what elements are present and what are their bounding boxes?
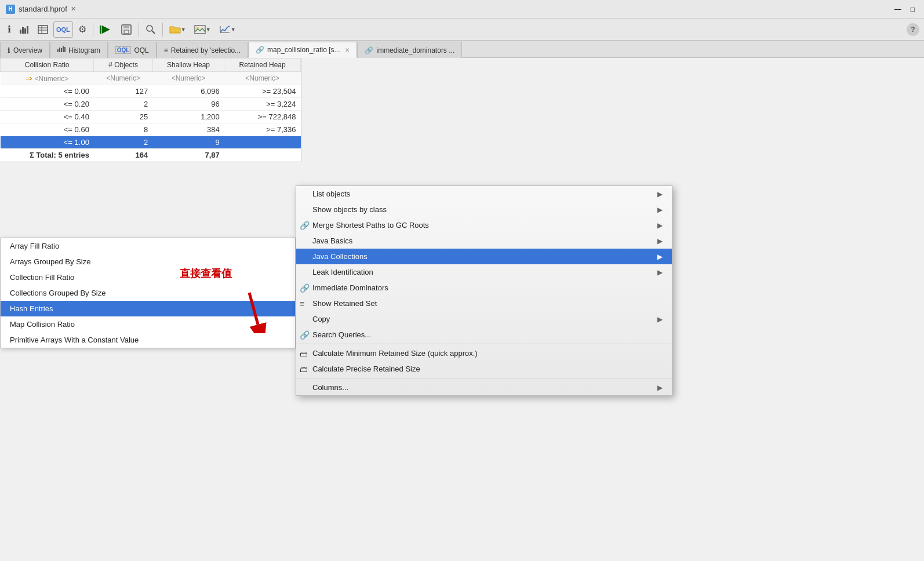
svg-rect-4 xyxy=(38,26,48,34)
table-row[interactable]: <= 0.20 2 96 >= 3,224 xyxy=(1,98,301,111)
tabs-bar: ℹ Overview Histogram OQL OQL ≡ Retained … xyxy=(0,41,924,58)
cell-shallow-0: 6,096 xyxy=(152,85,224,98)
toolbar-info-btn[interactable]: ℹ xyxy=(5,21,14,38)
toolbar-sep-1 xyxy=(93,23,93,37)
ctx-list-objects-arrow: ▶ xyxy=(657,190,663,198)
collision-table: Collision Ratio # Objects Shallow Heap R… xyxy=(0,58,301,162)
ctx-java-basics[interactable]: Java Basics ▶ xyxy=(296,233,672,249)
immediate-dom-icon: 🔗 xyxy=(365,46,373,54)
ctx-calc-min-label: Calculate Minimum Retained Size (quick a… xyxy=(312,349,478,358)
col-header-objects: # Objects xyxy=(94,59,152,72)
table-row[interactable]: <= 0.60 8 384 >= 7,336 xyxy=(1,123,301,136)
ctx-columns-label: Columns... xyxy=(312,383,348,392)
cell-shallow-3: 384 xyxy=(152,123,224,136)
ctx-show-objects-arrow: ▶ xyxy=(657,206,663,214)
toolbar-chart-btn[interactable]: ▼ xyxy=(216,21,239,38)
svg-marker-8 xyxy=(102,26,110,34)
cell-retained-2: >= 722,848 xyxy=(224,111,301,123)
context-menu: List objects ▶ Show objects by class ▶ 🔗… xyxy=(296,185,672,396)
col-header-shallow: Shallow Heap xyxy=(152,59,224,72)
ctx-columns[interactable]: Columns... ▶ xyxy=(296,380,672,395)
tab-oql[interactable]: OQL OQL xyxy=(108,42,157,58)
svg-line-23 xyxy=(249,293,258,325)
ctx-java-collections-label: Java Collections xyxy=(312,252,368,261)
submenu-item-collection-fill[interactable]: Collection Fill Ratio xyxy=(1,269,295,285)
ctx-merge-shortest[interactable]: 🔗 Merge Shortest Paths to GC Roots ▶ xyxy=(296,217,672,233)
toolbar-image-btn[interactable]: ▼ xyxy=(191,21,214,38)
cell-collision-2: <= 0.40 xyxy=(1,111,94,123)
filter-objects[interactable]: <Numeric> xyxy=(94,72,152,85)
ctx-merge-icon: 🔗 xyxy=(300,221,310,230)
cell-retained-0: >= 23,504 xyxy=(224,85,301,98)
toolbar-table-btn[interactable] xyxy=(35,21,51,38)
help-button[interactable]: ? xyxy=(907,23,919,36)
col-header-collision: Collision Ratio xyxy=(1,59,94,72)
cell-objects-3: 8 xyxy=(94,123,152,136)
total-objects: 164 xyxy=(94,149,152,162)
tab-immediate-dom[interactable]: 🔗 immediate_dominators ... xyxy=(357,42,462,58)
tab-histogram-label: Histogram xyxy=(68,46,100,54)
ctx-leak-identification[interactable]: Leak Identification ▶ xyxy=(296,264,672,280)
submenu-item-arrays-grouped[interactable]: Arrays Grouped By Size xyxy=(1,254,295,269)
toolbar-search-btn[interactable] xyxy=(143,21,159,38)
toolbar-gear-btn[interactable]: ⚙ xyxy=(75,21,89,38)
toolbar-run-btn[interactable] xyxy=(97,21,115,38)
ctx-show-retained[interactable]: ≡ Show Retained Set xyxy=(296,296,672,311)
ctx-merge-label: Merge Shortest Paths to GC Roots xyxy=(312,221,429,230)
annotation-arrow xyxy=(220,287,278,333)
tab-close-icon[interactable]: ✕ xyxy=(71,5,76,13)
overview-icon: ℹ xyxy=(8,46,10,54)
retained-icon: ≡ xyxy=(164,46,168,54)
toolbar-histogram-btn[interactable] xyxy=(16,21,32,38)
ctx-immediate-dominators[interactable]: 🔗 Immediate Dominators xyxy=(296,280,672,296)
tab-map-collision[interactable]: 🔗 map_collision_ratio [s... ✕ xyxy=(248,42,357,58)
ctx-columns-arrow: ▶ xyxy=(657,384,663,392)
window-minimize[interactable]: — xyxy=(891,5,905,13)
cell-collision-1: <= 0.20 xyxy=(1,98,94,111)
filter-shallow[interactable]: <Numeric> xyxy=(152,72,224,85)
svg-rect-9 xyxy=(100,26,101,34)
table-row-selected[interactable]: <= 1.00 2 9 xyxy=(1,136,301,149)
svg-rect-21 xyxy=(64,47,66,52)
submenu-item-array-fill[interactable]: Array Fill Ratio xyxy=(1,238,295,254)
content-area: Collision Ratio # Objects Shallow Heap R… xyxy=(0,58,924,561)
table-row[interactable]: <= 0.00 127 6,096 >= 23,504 xyxy=(1,85,301,98)
ctx-calc-precise-icon: 🗃 xyxy=(300,365,308,374)
filter-collision[interactable]: <Numeric> xyxy=(35,75,69,83)
svg-rect-18 xyxy=(59,48,60,52)
col-header-retained: Retained Heap xyxy=(224,59,301,72)
tab-immediate-dom-label: immediate_dominators ... xyxy=(376,46,454,54)
ctx-sep-1 xyxy=(296,344,672,344)
svg-rect-20 xyxy=(63,46,64,52)
tab-overview[interactable]: ℹ Overview xyxy=(0,42,50,58)
ctx-list-objects[interactable]: List objects ▶ xyxy=(296,186,672,202)
ctx-java-collections[interactable]: Java Collections ▶ xyxy=(296,249,672,264)
toolbar-save-btn[interactable] xyxy=(118,21,135,38)
ctx-leak-label: Leak Identification xyxy=(312,268,373,276)
toolbar-oql-btn[interactable]: OQL xyxy=(53,21,73,38)
title-text: standard.hprof xyxy=(19,5,67,13)
ctx-show-objects-by-class[interactable]: Show objects by class ▶ xyxy=(296,202,672,217)
cell-retained-4 xyxy=(224,136,301,149)
histogram-icon xyxy=(57,46,66,54)
cell-collision-4: <= 1.00 xyxy=(1,136,94,149)
tab-retained[interactable]: ≡ Retained by 'selectio... xyxy=(157,42,248,58)
submenu-item-primitive-arrays[interactable]: Primitive Arrays With a Constant Value xyxy=(1,332,295,348)
svg-rect-12 xyxy=(124,30,129,34)
window-maximize[interactable]: □ xyxy=(907,5,918,13)
filter-retained[interactable]: <Numeric> xyxy=(224,72,301,85)
ctx-calc-min-retained[interactable]: 🗃 Calculate Minimum Retained Size (quick… xyxy=(296,345,672,361)
table-row[interactable]: <= 0.40 25 1,200 >= 722,848 xyxy=(1,111,301,123)
tab-histogram[interactable]: Histogram xyxy=(50,42,108,58)
tab-retained-label: Retained by 'selectio... xyxy=(171,46,241,54)
ctx-copy[interactable]: Copy ▶ xyxy=(296,311,672,327)
total-shallow: 7,87 xyxy=(152,149,224,162)
ctx-search-queries[interactable]: 🔗 Search Queries... xyxy=(296,327,672,343)
ctx-calc-precise[interactable]: 🗃 Calculate Precise Retained Size xyxy=(296,361,672,377)
tab-map-collision-close[interactable]: ✕ xyxy=(345,47,350,53)
svg-rect-19 xyxy=(61,48,62,52)
ctx-merge-arrow: ▶ xyxy=(657,221,663,230)
ctx-java-basics-label: Java Basics xyxy=(312,236,352,245)
toolbar-folder-btn[interactable]: ▼ xyxy=(166,21,189,38)
total-row: Σ Total: 5 entries 164 7,87 xyxy=(1,149,301,162)
